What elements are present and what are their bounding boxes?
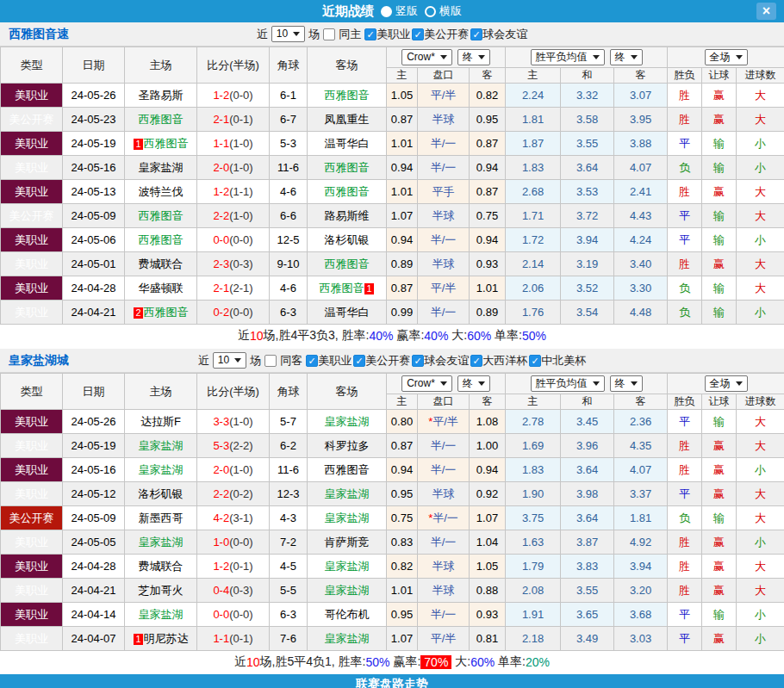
chevron-down-icon — [478, 381, 485, 386]
window-title: 近期战绩 — [322, 3, 374, 20]
avg-draw-cell: 3.64 — [561, 156, 614, 180]
score-cell: 1-2(0-1) — [197, 555, 270, 579]
avg-home-cell: 1.90 — [506, 482, 561, 506]
avg-group-header: 胜平负均值 终 — [506, 374, 668, 394]
scope-select[interactable]: 全场 — [705, 49, 748, 65]
fulltime-score: 1-1 — [213, 632, 229, 645]
match-count-select[interactable]: 10 — [271, 26, 305, 42]
avg-home-cell: 1.63 — [506, 530, 561, 555]
handicap-result-cell: 输 — [702, 132, 737, 156]
handicap-result-cell: 赢 — [702, 579, 737, 603]
result-cell: 胜 — [668, 555, 702, 579]
checkbox-checked-icon[interactable]: ✓ — [353, 355, 365, 367]
corners-cell: 5-3 — [270, 132, 308, 156]
same-venue-checkbox[interactable] — [264, 355, 277, 367]
goals-result-cell: 大 — [737, 108, 784, 132]
date-cell: 24-05-23 — [63, 108, 125, 132]
home-odds-cell: 1.01 — [387, 180, 418, 204]
league-cell: 美职业 — [1, 301, 63, 325]
away-team-cell: 温哥华白 — [308, 132, 387, 156]
chevron-down-icon — [440, 381, 447, 386]
avg-home-cell: 1.81 — [506, 108, 561, 132]
odds-time-select[interactable]: 终 — [457, 49, 490, 65]
odds-group-header: Crow* 终 — [387, 374, 506, 394]
fulltime-score: 1-0 — [213, 536, 229, 549]
avg-home-cell: 1.69 — [506, 434, 561, 458]
corners-cell: 5-5 — [270, 579, 308, 603]
checkbox-checked-icon[interactable]: ✓ — [529, 355, 541, 367]
date-cell: 24-04-21 — [63, 301, 125, 325]
handicap-value: 平/半 — [432, 415, 458, 428]
match-count-select[interactable]: 10 — [213, 352, 246, 369]
date-cell: 24-05-12 — [63, 482, 125, 506]
league-cell: 美职业 — [1, 410, 63, 434]
home-team-cell: 2西雅图音 — [125, 301, 197, 325]
scope-select[interactable]: 全场 — [705, 375, 748, 392]
league-cell: 美职业 — [1, 84, 63, 108]
away-team-cell: 路易斯维 — [308, 204, 387, 228]
avg-draw-cell: 3.96 — [561, 434, 614, 458]
avg-select[interactable]: 胜平负均值 — [531, 49, 605, 65]
avg-time-select[interactable]: 终 — [610, 49, 643, 65]
bookmaker-select[interactable]: Crow* — [401, 49, 452, 65]
away-odds-cell: 0.82 — [470, 84, 506, 108]
home-odds-cell: 0.82 — [387, 555, 418, 579]
avg-select[interactable]: 胜平负均值 — [531, 375, 605, 392]
league-cell: 美职业 — [1, 627, 63, 651]
handicap-result-cell: 输 — [702, 228, 737, 252]
halftime-score: (1-0) — [229, 463, 252, 476]
goals-result-cell: 大 — [737, 252, 784, 276]
avg-home-cell: 1.76 — [506, 301, 561, 325]
chevron-down-icon — [593, 55, 600, 59]
portrait-radio[interactable] — [381, 6, 392, 17]
bookmaker-select[interactable]: Crow* — [401, 375, 452, 392]
summary-segment: 单率: — [495, 654, 526, 670]
handicap-result-cell: 赢 — [702, 627, 737, 651]
checkbox-checked-icon[interactable]: ✓ — [306, 355, 318, 367]
handicap-value: 半/一 — [431, 137, 457, 150]
halftime-score: (0-1) — [229, 560, 252, 573]
match-row: 美职业24-05-19皇家盐湖5-3(2-2)6-2科罗拉多0.87半/一1.0… — [1, 434, 784, 458]
match-row: 美职业24-05-26达拉斯F3-3(1-0)5-7皇家盐湖0.80*平/半1.… — [1, 410, 784, 434]
date-cell: 24-04-14 — [63, 603, 125, 627]
checkbox-checked-icon[interactable]: ✓ — [470, 28, 482, 40]
summary-segment: 50% — [522, 329, 546, 343]
odds-time-select[interactable]: 终 — [457, 375, 490, 392]
avg-away-cell: 3.30 — [614, 276, 668, 301]
result-cell: 平 — [668, 204, 702, 228]
checkbox-checked-icon[interactable]: ✓ — [412, 355, 424, 367]
col-away: 客场 — [308, 374, 387, 410]
avg-away-cell: 3.88 — [614, 132, 668, 156]
score-cell: 2-0(1-0) — [197, 156, 270, 180]
landscape-radio[interactable] — [425, 6, 436, 17]
score-cell: 1-2(1-1) — [197, 180, 270, 204]
close-icon[interactable]: × — [756, 3, 776, 20]
away-team-name: 皇家盐湖 — [325, 632, 370, 645]
summary-segment: 50% — [366, 655, 390, 669]
league-cell: 美职业 — [1, 603, 63, 627]
avg-home-cell: 2.24 — [506, 84, 561, 108]
goals-result-cell: 小 — [737, 156, 784, 180]
home-odds-cell: 1.07 — [387, 204, 418, 228]
halftime-score: (0-2) — [229, 487, 252, 500]
avg-away-cell: 3.03 — [614, 627, 668, 651]
avg-home-cell: 1.72 — [506, 228, 561, 252]
checkbox-checked-icon[interactable]: ✓ — [364, 28, 376, 40]
sub-avg-home: 主 — [506, 394, 561, 410]
checkbox-checked-icon[interactable]: ✓ — [470, 355, 482, 367]
same-venue-checkbox[interactable] — [323, 28, 335, 40]
result-cell: 平 — [668, 410, 702, 434]
checkbox-checked-icon[interactable]: ✓ — [412, 28, 424, 40]
home-team-cell: 西雅图音 — [125, 204, 197, 228]
league-trend-footer-button[interactable]: 联赛盘路走势 — [0, 674, 784, 688]
home-team-cell: 皇家盐湖 — [125, 434, 197, 458]
match-row: 美职业24-04-212西雅图音0-2(0-0)6-3温哥华白0.99半/一0.… — [1, 301, 784, 325]
avg-draw-cell: 3.64 — [561, 506, 614, 530]
away-odds-cell: 0.87 — [470, 180, 506, 204]
result-cell: 平 — [668, 603, 702, 627]
league-filter-group: ✓美职业✓美公开赛✓球会友谊 — [364, 27, 527, 42]
match-row: 美职业24-04-28费城联合1-2(0-1)4-5皇家盐湖0.82半球1.05… — [1, 555, 784, 579]
avg-time-select[interactable]: 终 — [610, 375, 643, 392]
away-team-name: 皇家盐湖 — [325, 487, 370, 500]
home-team-name: 皇家盐湖 — [139, 161, 184, 174]
